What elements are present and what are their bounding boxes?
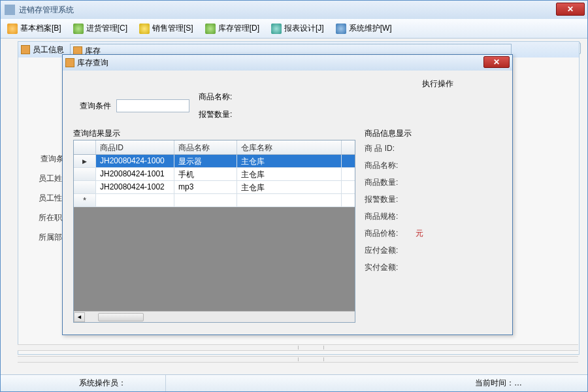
info-price-unit: 元: [416, 228, 423, 239]
grip-icon: [298, 346, 324, 350]
coin-icon: [139, 24, 150, 34]
table-row[interactable]: JH20080424-1000 显示器 主仓库: [74, 155, 355, 168]
product-info-panel: 商 品 ID: 商品名称: 商品数量: 报警数量: 商品规格: 商品价格:元 应…: [365, 140, 502, 276]
main-window: 进销存管理系统 ✕ 基本档案[B] 进货管理[C] 销售管理[S] 库存管理[D…: [0, 0, 588, 392]
form-icon: [21, 45, 30, 54]
grid-header-row: 商品ID 商品名称 仓库名称: [74, 140, 355, 155]
menu-inventory[interactable]: 库存管理[D]: [201, 22, 263, 35]
table-row-new[interactable]: [74, 194, 355, 207]
splitter-bar[interactable]: [18, 356, 578, 363]
status-time: 当前时间：…: [449, 375, 587, 391]
main-toolbar: 基本档案[B] 进货管理[C] 销售管理[S] 库存管理[D] 报表设计[J] …: [1, 19, 587, 39]
info-header: 商品信息显示: [365, 128, 412, 139]
new-row-icon: [74, 194, 96, 206]
dialog-titlebar[interactable]: 库存查询 ✕: [63, 55, 512, 71]
status-bar: 系统操作员： 当前时间：…: [1, 374, 587, 391]
grid-horizontal-scrollbar[interactable]: ◄: [74, 311, 355, 322]
info-id-label: 商 品 ID:: [365, 143, 408, 154]
gear-icon: [336, 24, 346, 34]
report-icon: [271, 24, 282, 34]
query-condition-input[interactable]: [116, 99, 189, 112]
info-price-label: 商品价格:: [365, 228, 408, 239]
scroll-left-icon[interactable]: ◄: [74, 312, 85, 322]
menu-purchase[interactable]: 进货管理[C]: [69, 22, 131, 35]
info-alarm-label: 报警数量:: [365, 194, 408, 205]
row-indicator-icon: [74, 168, 96, 180]
info-paid-label: 实付金额:: [365, 262, 408, 273]
info-name-label: 商品名称:: [365, 160, 408, 171]
inventory-icon: [205, 24, 216, 34]
grid-body: JH20080424-1000 显示器 主仓库 JH20080424-1001 …: [74, 155, 355, 207]
scroll-thumb[interactable]: [98, 313, 144, 321]
menu-report[interactable]: 报表设计[J]: [267, 22, 328, 35]
inventory-query-dialog: 库存查询 ✕ 执行操作 查询条件 商品名称: 报警数量: 查询结果显示: [62, 54, 513, 335]
product-name-label: 商品名称:: [199, 91, 243, 103]
form-icon: [65, 58, 74, 67]
menu-basic-files[interactable]: 基本档案[B]: [3, 22, 65, 35]
grip-icon: [298, 357, 324, 361]
grid-header-name[interactable]: 商品名称: [174, 140, 237, 154]
dialog-close-button[interactable]: ✕: [483, 56, 510, 68]
employee-window-title: 员工信息: [33, 44, 64, 56]
mdi-client-area: — □ ✕ 员工信息 查询条件 员工姓名: 员工性别: 所在职位: 所属部门: …: [1, 39, 587, 374]
status-operator: 系统操作员：: [1, 375, 166, 391]
app-icon: [5, 5, 15, 15]
menu-sales[interactable]: 销售管理[S]: [135, 22, 197, 35]
table-row[interactable]: JH20080424-1002 mp3 主仓库: [74, 181, 355, 194]
info-spec-label: 商品规格:: [365, 211, 408, 222]
table-row[interactable]: JH20080424-1001 手机 主仓库: [74, 168, 355, 181]
main-close-button[interactable]: ✕: [556, 3, 585, 16]
info-qty-label: 商品数量:: [365, 177, 408, 188]
grid-header-id[interactable]: 商品ID: [96, 140, 174, 154]
app-title: 进销存管理系统: [19, 5, 74, 16]
splitter-bar[interactable]: [18, 344, 578, 351]
purchase-icon: [73, 24, 84, 34]
query-condition-label: 查询条件: [73, 101, 111, 112]
main-titlebar[interactable]: 进销存管理系统 ✕: [1, 1, 587, 19]
execute-label: 执行操作: [422, 78, 453, 90]
row-indicator-icon: [74, 155, 96, 167]
dialog-title: 库存查询: [77, 57, 108, 69]
info-payable-label: 应付金额:: [365, 245, 408, 256]
grid-header-selector[interactable]: [74, 140, 96, 154]
menu-system[interactable]: 系统维护[W]: [332, 22, 396, 35]
results-grid[interactable]: 商品ID 商品名称 仓库名称 JH20080424-1000 显示器 主仓库: [73, 140, 355, 323]
row-indicator-icon: [74, 181, 96, 193]
alarm-qty-label: 报警数量:: [199, 109, 243, 120]
results-header: 查询结果显示: [73, 128, 120, 139]
file-icon: [7, 24, 18, 34]
grid-header-warehouse[interactable]: 仓库名称: [237, 140, 342, 154]
